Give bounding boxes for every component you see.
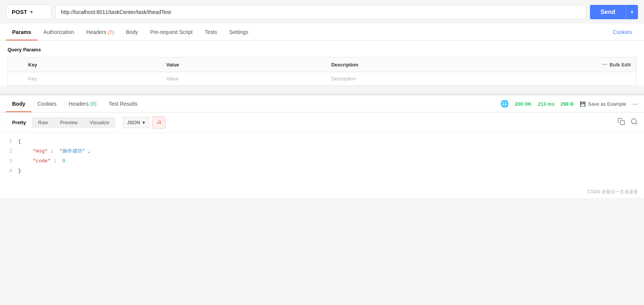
json-line-4: }	[18, 166, 644, 176]
copy-icon[interactable]	[618, 118, 625, 127]
response-tab-headers[interactable]: Headers (8)	[63, 96, 103, 112]
response-tab-cookies[interactable]: Cookies	[31, 96, 63, 112]
key-cell[interactable]: Key	[23, 72, 161, 86]
tab-params[interactable]: Params	[6, 24, 37, 40]
url-input[interactable]	[55, 5, 586, 19]
description-col-header: Description	[326, 57, 591, 72]
response-section: Body Cookies Headers (8) Test Results 🌐 …	[0, 96, 644, 198]
checkbox-col-header	[8, 57, 23, 72]
save-label: Save as Example	[588, 101, 626, 107]
save-example-button[interactable]: 💾 Save as Example	[580, 101, 626, 107]
headers-badge: (7)	[108, 29, 114, 35]
send-btn-group: Send ▾	[590, 5, 638, 19]
response-meta: 🌐 200 OK 213 ms 298 B 💾 Save as Example …	[500, 100, 638, 108]
dots-icon[interactable]: ···	[602, 61, 607, 68]
save-icon: 💾	[580, 101, 586, 107]
more-options-button[interactable]: ···	[632, 100, 638, 108]
wrap-icon: ⇒⃖	[156, 119, 161, 126]
value-col-header: Value	[161, 57, 326, 72]
response-time: 213 ms	[538, 101, 554, 107]
method-chevron: ▾	[30, 9, 33, 15]
view-tab-visualize[interactable]: Visualize	[84, 117, 115, 128]
view-tab-raw[interactable]: Raw	[32, 117, 54, 128]
tab-pre-request-script[interactable]: Pre-request Script	[144, 24, 199, 40]
view-tabs: Pretty Raw Preview Visualize	[6, 117, 115, 128]
request-tabs-row: Params Authorization Headers (7) Body Pr…	[0, 24, 644, 41]
tab-settings[interactable]: Settings	[223, 24, 254, 40]
row-actions	[591, 72, 636, 86]
send-dropdown-button[interactable]: ▾	[626, 5, 638, 19]
json-lines: { "msg" : "操作成功" , "code" : 0 }	[18, 137, 644, 182]
search-icon[interactable]	[630, 118, 638, 127]
view-tab-pretty[interactable]: Pretty	[6, 117, 32, 128]
response-tabs-row: Body Cookies Headers (8) Test Results 🌐 …	[0, 96, 644, 112]
tab-cookies-request[interactable]: Cookies	[607, 24, 638, 40]
method-text: POST	[12, 9, 27, 15]
json-content: 1 2 3 4 { "msg" : "操作成功" , "code" : 0	[0, 133, 644, 186]
tab-authorization[interactable]: Authorization	[37, 24, 80, 40]
params-table: Key Value Description ··· Bulk Edit Key …	[8, 57, 636, 86]
watermark: CSDN @最后一支迷途香	[0, 186, 644, 198]
body-toolbar: Pretty Raw Preview Visualize JSON ▾ ⇒⃖	[0, 112, 644, 133]
tab-tests[interactable]: Tests	[199, 24, 223, 40]
top-bar: POST ▾ Send ▾	[0, 0, 644, 24]
format-chevron: ▾	[142, 120, 145, 125]
view-tab-preview[interactable]: Preview	[54, 117, 84, 128]
svg-point-1	[632, 119, 636, 124]
format-label: JSON	[127, 120, 140, 125]
method-selector[interactable]: POST ▾	[6, 5, 51, 19]
json-line-2: "msg" : "操作成功" ,	[18, 146, 644, 156]
query-params-title: Query Params	[8, 47, 636, 52]
params-section: Query Params Key Value Description ··· B…	[0, 41, 644, 86]
tab-headers[interactable]: Headers (7)	[80, 24, 120, 40]
response-headers-badge: (8)	[90, 101, 96, 107]
actions-col-header: ··· Bulk Edit	[591, 57, 636, 72]
json-line-1: {	[18, 137, 644, 146]
response-tab-test-results[interactable]: Test Results	[103, 96, 144, 112]
tab-body[interactable]: Body	[120, 24, 144, 40]
svg-line-2	[636, 123, 637, 125]
wrap-button[interactable]: ⇒⃖	[152, 116, 166, 129]
description-cell[interactable]: Description	[326, 72, 591, 86]
table-row: Key Value Description	[8, 72, 636, 86]
toolbar-right	[618, 118, 638, 127]
svg-rect-0	[621, 121, 625, 125]
json-line-3: "code" : 0	[18, 156, 644, 166]
send-button[interactable]: Send	[590, 5, 626, 19]
globe-icon[interactable]: 🌐	[500, 100, 509, 108]
response-status: 200 OK	[515, 101, 532, 107]
bulk-edit-button[interactable]: Bulk Edit	[610, 62, 631, 68]
response-tab-body[interactable]: Body	[6, 96, 31, 112]
value-cell[interactable]: Value	[161, 72, 326, 86]
line-numbers: 1 2 3 4	[0, 137, 18, 182]
response-size: 298 B	[560, 101, 574, 107]
key-col-header: Key	[23, 57, 161, 72]
row-checkbox	[8, 72, 23, 86]
format-selector[interactable]: JSON ▾	[123, 117, 149, 128]
